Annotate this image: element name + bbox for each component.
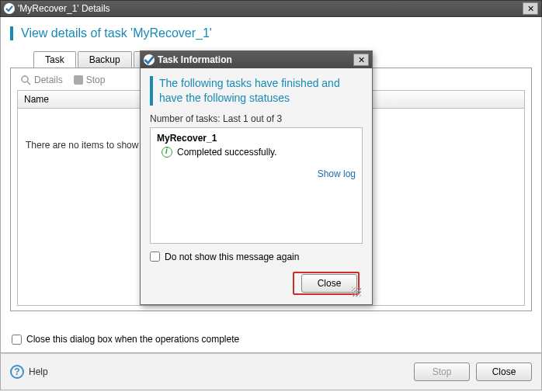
help-icon: ?: [10, 365, 24, 379]
task-list: MyRecover_1 Completed successfully. Show…: [150, 127, 363, 244]
task-count-line: Number of tasks: Last 1 out of 3: [150, 113, 363, 124]
window-close-button[interactable]: ✕: [523, 2, 538, 15]
toolbar-stop-label: Stop: [86, 75, 106, 85]
window-titlebar: 'MyRecover_1' Details ✕: [0, 0, 542, 17]
toolbar-stop-button[interactable]: Stop: [74, 75, 106, 85]
modal-titlebar: Task Information ✕: [141, 51, 372, 68]
do-not-show-label: Do not show this message again: [165, 252, 299, 262]
magnify-icon: [20, 75, 31, 85]
do-not-show-checkbox[interactable]: Do not show this message again: [150, 252, 363, 262]
page-title-wrap: View details of task 'MyRecover_1': [10, 26, 532, 40]
details-button[interactable]: Details: [20, 75, 63, 85]
modal-body: The following tasks have finished and ha…: [141, 68, 372, 304]
details-label: Details: [34, 75, 63, 85]
task-name: MyRecover_1: [157, 133, 356, 144]
svg-point-0: [22, 76, 28, 82]
task-information-dialog: Task Information ✕ The following tasks h…: [140, 50, 373, 305]
modal-heading: The following tasks have finished and ha…: [159, 76, 363, 106]
show-log-link[interactable]: Show log: [157, 168, 356, 179]
close-button-highlight: Close: [293, 272, 360, 295]
bottom-bar: ? Help Stop Close: [0, 353, 542, 390]
task-status-row: Completed successfully.: [162, 147, 356, 158]
stop-button[interactable]: Stop: [414, 363, 470, 381]
close-on-complete-input[interactable]: [12, 335, 22, 345]
window-title: 'MyRecover_1' Details: [18, 3, 523, 14]
close-on-complete-label: Close this dialog box when the operation…: [26, 334, 239, 345]
modal-close-button[interactable]: Close: [301, 274, 357, 293]
tab-backup[interactable]: Backup: [78, 51, 132, 68]
help-label: Help: [29, 366, 48, 377]
modal-title: Task Information: [158, 54, 353, 65]
close-button[interactable]: Close: [476, 363, 532, 381]
close-on-complete-checkbox[interactable]: Close this dialog box when the operation…: [12, 334, 239, 345]
modal-logo-icon: [144, 54, 155, 65]
page-title: View details of task 'MyRecover_1': [21, 26, 532, 40]
success-icon: [162, 147, 172, 158]
help-link[interactable]: ? Help: [10, 365, 48, 379]
app-logo-icon: [4, 3, 15, 14]
task-status-text: Completed successfully.: [177, 147, 277, 158]
do-not-show-input[interactable]: [150, 252, 160, 262]
modal-close-x[interactable]: ✕: [353, 54, 369, 66]
resize-grip-icon[interactable]: [352, 287, 361, 297]
tab-task[interactable]: Task: [33, 51, 76, 68]
modal-heading-wrap: The following tasks have finished and ha…: [150, 76, 363, 106]
modal-footer: Close: [150, 272, 363, 298]
grid-empty-text: There are no items to show: [26, 140, 138, 151]
stop-icon: [74, 75, 83, 85]
svg-line-1: [27, 82, 30, 85]
